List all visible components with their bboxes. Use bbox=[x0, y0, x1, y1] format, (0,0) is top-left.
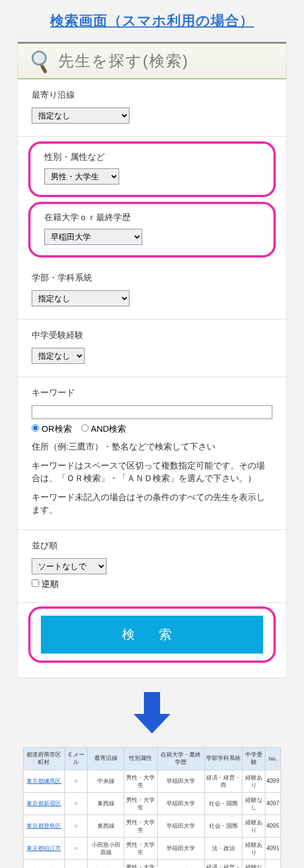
select-gender-attr[interactable]: 男性・大学生 bbox=[44, 168, 119, 185]
table-cell: 男性・大学生 bbox=[124, 859, 158, 868]
table-cell: 経験あり bbox=[242, 815, 265, 837]
section-faculty: 学部・学科系統 指定なし bbox=[18, 262, 286, 320]
city-link[interactable]: 東京都練馬区 bbox=[24, 770, 65, 792]
table-header: Ｅメール bbox=[64, 747, 87, 770]
table-cell: 4099 bbox=[265, 770, 280, 792]
table-header: 都道府県市区町村 bbox=[24, 747, 65, 770]
table-cell: ○ bbox=[64, 815, 87, 837]
table-cell: 経験なし bbox=[242, 859, 265, 868]
table-header: 在籍大学・最終学歴 bbox=[157, 747, 204, 770]
results-table: 都道府県市区町村Ｅメール最寄沿線性別属性在籍大学・最終学歴学部学科系統中学受験N… bbox=[23, 747, 281, 869]
table-cell: 早稲田大学 bbox=[157, 815, 204, 837]
section-jhs-exam: 中学受験経験 指定なし bbox=[18, 320, 286, 377]
table-row: 東京都豊島区○東西線男性・大学生早稲田大学社会・国際経験あり4095 bbox=[24, 815, 281, 837]
section-sort: 並び順 ソートなしで 逆順 bbox=[18, 530, 286, 603]
checkbox-reverse[interactable]: 逆順 bbox=[32, 579, 59, 589]
keyword-help-2: キーワードはスペースで区切って複数指定可能です。その場合は、「ＯＲ検索」・「ＡＮ… bbox=[32, 459, 272, 485]
table-cell: 東西線 bbox=[88, 815, 124, 837]
label-jhs-exam: 中学受験経験 bbox=[32, 330, 272, 341]
select-nearest-line[interactable]: 指定なし bbox=[32, 107, 130, 124]
table-row: 東京都練馬区○中央線男性・大学生早稲田大学経済・経営・商経験あり4099 bbox=[24, 770, 281, 792]
page-title: 検索画面（スマホ利用の場合） bbox=[0, 11, 304, 30]
select-jhs-exam[interactable]: 指定なし bbox=[32, 348, 85, 364]
table-cell: 丸ノ内線 bbox=[88, 859, 124, 868]
table-cell: 小田急小田原線 bbox=[88, 837, 124, 859]
table-cell: 早稲田大学 bbox=[157, 770, 204, 792]
city-link[interactable]: 東京都狛江市 bbox=[24, 837, 65, 859]
table-cell: 中央線 bbox=[88, 770, 124, 792]
keyword-help-3: キーワード未記入の場合はその条件のすべての先生を表示します。 bbox=[32, 491, 272, 517]
search-form: 先生を探す(検索) 最寄り沿線 指定なし 性別・属性など 男性・大学生 在籍大学… bbox=[17, 41, 287, 678]
table-header: 中学受験 bbox=[242, 747, 265, 770]
search-button[interactable]: 検 索 bbox=[41, 616, 263, 654]
table-cell: ○ bbox=[64, 770, 87, 792]
table-header: No. bbox=[265, 747, 280, 770]
table-cell: ○ bbox=[64, 792, 87, 815]
table-cell: 早稲田大学 bbox=[157, 792, 204, 815]
arrow-down-icon bbox=[134, 692, 170, 733]
radio-or-search[interactable]: OR検索 bbox=[32, 424, 72, 433]
radio-and-search[interactable]: AND検索 bbox=[81, 424, 127, 433]
section-gender-attr: 性別・属性など 男性・大学生 bbox=[28, 141, 276, 197]
city-link[interactable]: 東京都文京区 bbox=[24, 859, 65, 868]
keyword-input[interactable] bbox=[32, 405, 272, 419]
label-nearest-line: 最寄り沿線 bbox=[32, 90, 272, 101]
select-university[interactable]: 早稲田大学 bbox=[44, 229, 142, 245]
label-sort: 並び順 bbox=[32, 540, 272, 551]
table-row: 東京都文京区×丸ノ内線男性・大学生早稲田大学経済・経営・商経験なし4043 bbox=[24, 859, 281, 868]
select-sort[interactable]: ソートなしで bbox=[32, 558, 107, 574]
table-cell: 経済・経営・商 bbox=[204, 859, 242, 868]
table-cell: ○ bbox=[64, 837, 87, 859]
table-header: 性別属性 bbox=[124, 747, 158, 770]
table-cell: 社会・国際 bbox=[204, 815, 242, 837]
table-cell: 法・政治 bbox=[204, 837, 242, 859]
label-keyword: キーワード bbox=[32, 387, 272, 398]
table-row: 東京都狛江市○小田急小田原線男性・大学生早稲田大学法・政治経験あり4091 bbox=[24, 837, 281, 859]
search-header: 先生を探す(検索) bbox=[18, 42, 286, 79]
label-university: 在籍大学ｏｒ最終学歴 bbox=[44, 212, 260, 223]
table-cell: 4091 bbox=[265, 837, 280, 859]
table-cell: 男性・大学生 bbox=[124, 837, 158, 859]
table-cell: 経済・経営・商 bbox=[204, 770, 242, 792]
table-cell: 社会・国際 bbox=[204, 792, 242, 815]
label-gender-attr: 性別・属性など bbox=[44, 152, 260, 163]
table-cell: 4097 bbox=[265, 792, 280, 815]
table-cell: 男性・大学生 bbox=[124, 815, 158, 837]
table-cell: 4095 bbox=[265, 815, 280, 837]
table-cell: × bbox=[64, 859, 87, 868]
table-cell: 東西線 bbox=[88, 792, 124, 815]
section-nearest-line: 最寄り沿線 指定なし bbox=[18, 79, 286, 137]
table-cell: 男性・大学生 bbox=[124, 770, 158, 792]
table-cell: 経験なし bbox=[242, 792, 265, 815]
submit-highlight: 検 索 bbox=[28, 606, 276, 663]
table-cell: 経験あり bbox=[242, 837, 265, 859]
section-university: 在籍大学ｏｒ最終学歴 早稲田大学 bbox=[28, 202, 276, 258]
city-link[interactable]: 東京都新宿区 bbox=[24, 792, 65, 815]
table-header: 学部学科系統 bbox=[204, 747, 242, 770]
keyword-help-1: 住所（例:三鷹市）・塾名などで検索して下さい bbox=[32, 440, 272, 454]
label-faculty: 学部・学科系統 bbox=[32, 272, 272, 283]
search-header-title: 先生を探す(検索) bbox=[58, 51, 189, 71]
section-keyword: キーワード OR検索 AND検索 住所（例:三鷹市）・塾名などで検索して下さい … bbox=[18, 377, 286, 530]
table-cell: 早稲田大学 bbox=[157, 837, 204, 859]
table-cell: 4043 bbox=[265, 859, 280, 868]
city-link[interactable]: 東京都豊島区 bbox=[24, 815, 65, 837]
table-cell: 早稲田大学 bbox=[157, 859, 204, 868]
table-header: 最寄沿線 bbox=[88, 747, 124, 770]
table-cell: 経験あり bbox=[242, 770, 265, 792]
table-row: 東京都新宿区○東西線男性・大学生早稲田大学社会・国際経験なし4097 bbox=[24, 792, 281, 815]
table-cell: 男性・大学生 bbox=[124, 792, 158, 815]
magnifier-icon bbox=[29, 51, 50, 71]
select-faculty[interactable]: 指定なし bbox=[32, 290, 130, 306]
